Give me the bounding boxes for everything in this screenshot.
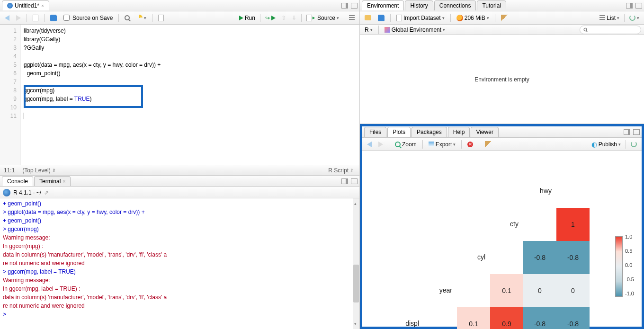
zoom-button[interactable]: Zoom [393, 141, 419, 148]
rerun-button[interactable]: ↪ [263, 14, 277, 22]
source-on-save[interactable]: Source on Save [62, 14, 115, 22]
env-search[interactable] [580, 26, 641, 34]
outline-button[interactable] [347, 15, 357, 21]
env-scope-bar: R ▾ Global Environment ▾ [360, 25, 644, 35]
code-area[interactable]: library(tidyverse)library(GGally)?GGally… [21, 25, 359, 165]
wand-button[interactable]: ▾ [134, 14, 148, 21]
list-icon [599, 15, 605, 21]
remove-plot-button[interactable]: ✕ [465, 141, 475, 148]
delete-icon: ✕ [467, 142, 473, 147]
plot-back-button[interactable] [365, 141, 374, 148]
source-tab[interactable]: Untitled1* × [2, 0, 49, 10]
minimize-icon[interactable] [624, 129, 630, 135]
tab-packages[interactable]: Packages [411, 127, 447, 137]
source-on-save-checkbox[interactable] [63, 15, 70, 21]
r-logo-icon [3, 189, 10, 196]
close-icon[interactable]: × [41, 3, 44, 9]
refresh-button[interactable]: ▾ [627, 14, 641, 21]
env-body: Environment is empty [360, 35, 644, 124]
var-label: displ [391, 320, 419, 327]
arrow-left-icon [5, 15, 9, 21]
popout-icon[interactable]: ⇗ [44, 189, 49, 196]
compile-button[interactable] [156, 14, 166, 22]
corr-cell: 0.1 [490, 274, 523, 307]
tab-connections[interactable]: Connections [434, 0, 476, 10]
corr-cell: -0.8 [556, 241, 590, 274]
filetype-dropdown[interactable]: R Script ⥯ [326, 167, 356, 174]
find-button[interactable] [123, 15, 132, 21]
export-button[interactable]: Export ▾ [427, 141, 458, 148]
tab-viewer[interactable]: Viewer [471, 127, 498, 137]
search-icon [584, 28, 587, 32]
import-dataset-button[interactable]: Import Dataset▾ [394, 14, 447, 22]
refresh-icon [631, 141, 637, 147]
env-scope-button[interactable]: Global Environment ▾ [383, 26, 447, 34]
tab-help[interactable]: Help [448, 127, 470, 137]
down-section-button[interactable]: ⇩ [290, 14, 298, 22]
var-label: hwy [523, 187, 552, 195]
plots-tabbar: Files Plots Packages Help Viewer [362, 126, 642, 138]
plot-fwd-button[interactable] [376, 141, 385, 148]
source-menu-button[interactable]: Source ▾ [304, 14, 341, 22]
source-tabbar: Untitled1* × [0, 0, 359, 11]
var-label: cty [490, 220, 519, 228]
fwd-nav-button[interactable] [14, 15, 23, 21]
publish-button[interactable]: ◐ Publish ▾ [590, 140, 623, 149]
minimize-icon[interactable] [341, 3, 348, 9]
tab-tutorial[interactable]: Tutorial [477, 0, 506, 10]
grid-icon [396, 15, 402, 21]
source-statusbar: 11:1 (Top Level) ⥯ R Script ⥯ [0, 165, 359, 175]
show-doc-button[interactable] [31, 14, 40, 22]
back-nav-button[interactable] [3, 15, 11, 21]
list-icon [349, 15, 355, 21]
scope-dropdown[interactable]: (Top Level) ⥯ [20, 167, 57, 174]
source-icon [306, 15, 312, 21]
clear-button[interactable] [499, 14, 510, 22]
save-icon [50, 15, 57, 21]
memory-icon [456, 15, 463, 21]
search-icon [125, 15, 130, 20]
scroll-thumb[interactable] [353, 265, 359, 302]
mem-button[interactable]: 206 MiB▾ [455, 14, 491, 22]
tab-environment[interactable]: Environment [362, 0, 404, 10]
notebook-icon [158, 15, 164, 21]
save-ws-button[interactable] [376, 14, 386, 22]
console-output[interactable]: + geom_point()> ggplot(data = mpg, aes(x… [0, 198, 359, 329]
refresh-plot-button[interactable] [629, 141, 639, 148]
save-icon [378, 15, 385, 21]
env-toolbar: Import Dataset▾ 206 MiB▾ List ▾ ▾ [360, 11, 644, 25]
minimize-icon[interactable] [626, 3, 633, 9]
maximize-icon[interactable] [635, 3, 642, 9]
r-scope-button[interactable]: R ▾ [363, 26, 375, 34]
env-search-input[interactable] [589, 27, 638, 33]
load-ws-button[interactable] [363, 15, 373, 21]
source-toolbar: Source on Save ▾ Run ↪ ⇧ ⇩ So [0, 11, 359, 25]
arrow-right-icon [16, 15, 21, 21]
maximize-icon[interactable] [351, 3, 358, 9]
legend: 1.00.50.0-0.5-1.0 [615, 236, 623, 297]
save-button[interactable] [48, 14, 59, 22]
tab-terminal[interactable]: Terminal× [34, 176, 71, 186]
view-mode-button[interactable]: List ▾ [598, 14, 621, 22]
editor[interactable]: 1234567891011 library(tidyverse)library(… [0, 25, 359, 165]
corr-cell: 0.1 [457, 307, 490, 329]
scrollbar[interactable]: ▴ ▾ [353, 198, 359, 329]
tab-history[interactable]: History [405, 0, 433, 10]
wand-icon [136, 15, 143, 21]
arrow-left-icon [367, 142, 372, 147]
broom-icon [501, 15, 508, 21]
tab-console[interactable]: Console [2, 176, 33, 186]
up-section-button[interactable]: ⇧ [279, 14, 288, 22]
run-button[interactable]: Run [237, 14, 257, 22]
broom-icon [485, 141, 492, 148]
tab-plots[interactable]: Plots [387, 127, 411, 137]
tab-files[interactable]: Files [364, 127, 386, 137]
cube-icon [385, 27, 390, 33]
corr-cell: -0.8 [523, 241, 556, 274]
minimize-icon[interactable] [341, 178, 348, 184]
clear-plots-button[interactable] [483, 141, 493, 148]
maximize-icon[interactable] [351, 178, 358, 184]
maximize-icon[interactable] [633, 129, 640, 135]
var-label: year [424, 286, 452, 294]
gutter: 1234567891011 [0, 25, 21, 165]
